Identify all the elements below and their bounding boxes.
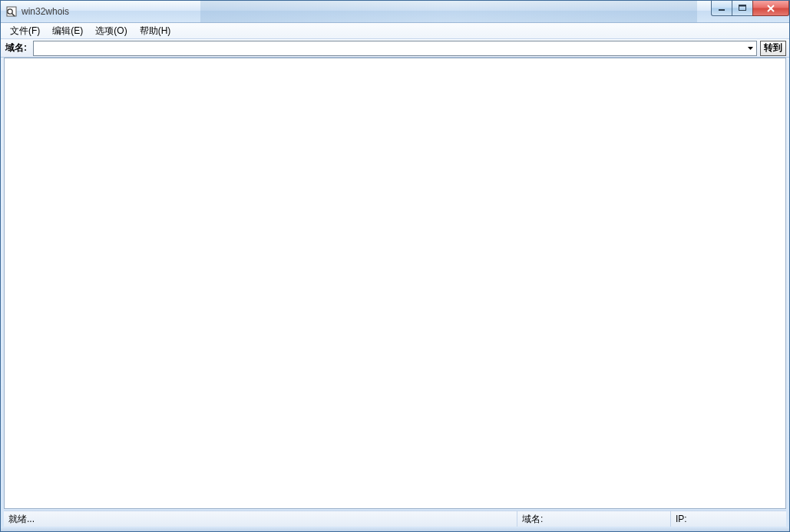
maximize-icon [739,5,747,12]
results-area[interactable] [4,58,786,509]
window-title: win32whois [21,6,69,17]
chevron-down-icon [748,47,753,50]
app-window: win32whois 文件(F) 编辑 [0,0,790,532]
app-icon [5,5,18,18]
go-button[interactable]: 转到 [760,41,786,56]
svg-rect-0 [7,7,16,16]
menu-file[interactable]: 文件(F) [4,23,46,39]
svg-rect-5 [739,5,745,7]
domain-input[interactable] [34,41,744,55]
minimize-icon [718,5,726,12]
domain-dropdown-button[interactable] [744,41,756,55]
svg-rect-3 [719,9,725,11]
menu-options[interactable]: 选项(O) [89,23,133,39]
domain-label: 域名: [4,41,30,55]
menubar: 文件(F) 编辑(E) 选项(O) 帮助(H) [1,23,789,39]
status-domain: 域名: [517,511,671,527]
statusbar: 就绪... 域名: IP: [4,511,786,527]
menu-edit[interactable]: 编辑(E) [46,23,89,39]
status-ready: 就绪... [4,511,517,527]
status-ip: IP: [671,511,786,527]
menu-help[interactable]: 帮助(H) [134,23,177,39]
status-domain-label: 域名: [522,513,543,526]
window-border-bottom [1,528,789,531]
minimize-button[interactable] [711,1,732,16]
window-controls [712,1,789,16]
titlebar-background-glass [200,1,697,22]
svg-marker-8 [748,47,753,50]
close-button[interactable] [752,1,789,16]
titlebar[interactable]: win32whois [1,1,789,23]
close-icon [766,5,775,12]
toolbar: 域名: 转到 [1,39,789,58]
domain-combobox[interactable] [33,41,757,56]
status-ip-label: IP: [676,514,687,524]
maximize-button[interactable] [732,1,753,16]
